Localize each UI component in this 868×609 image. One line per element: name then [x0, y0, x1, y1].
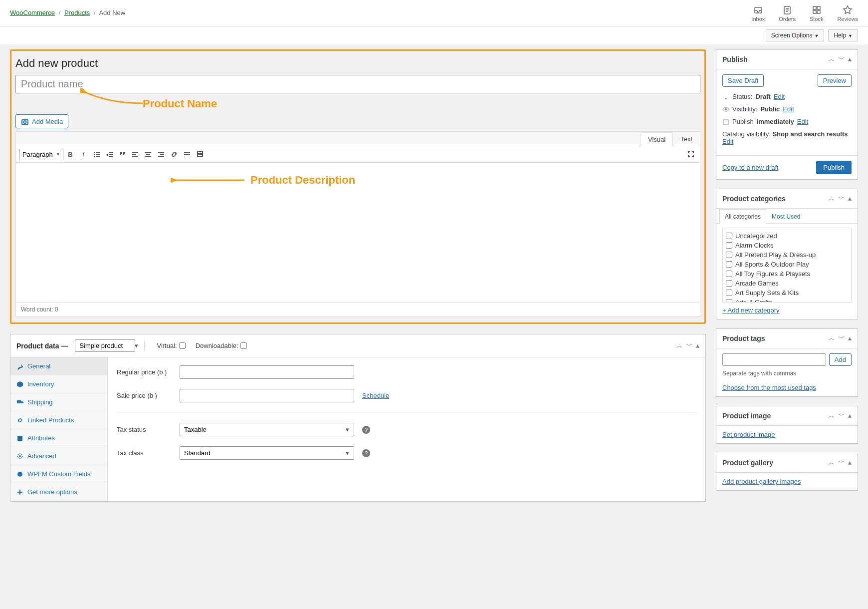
sale-price-input[interactable] [180, 389, 354, 402]
fullscreen-button[interactable] [685, 148, 697, 160]
chevron-down-icon[interactable]: ﹀ [838, 411, 845, 420]
category-item[interactable]: All Toy Figures & Playsets [726, 269, 848, 279]
topnav-stock[interactable]: Stock [810, 5, 824, 26]
more-button[interactable] [181, 148, 193, 160]
choose-tags-link[interactable]: Choose from the most used tags [722, 384, 852, 391]
tags-title: Product tags [722, 334, 765, 342]
caret-up-icon[interactable]: ▴ [848, 458, 852, 467]
pd-tab-wpfm[interactable]: WPFM Custom Fields [10, 465, 107, 483]
save-draft-button[interactable]: Save Draft [722, 74, 764, 87]
chevron-up-icon[interactable]: ︿ [828, 458, 835, 467]
regular-price-label: Regular price (b ) [117, 368, 172, 376]
calendar-icon [722, 118, 729, 125]
pd-tab-general[interactable]: General [10, 357, 107, 375]
pd-tab-shipping[interactable]: Shipping [10, 393, 107, 411]
svg-point-13 [19, 455, 21, 457]
pd-tab-advanced[interactable]: Advanced [10, 447, 107, 465]
chevron-down-icon[interactable]: ﹀ [838, 458, 845, 467]
plus-icon [16, 489, 23, 496]
chevron-up-icon[interactable]: ︿ [828, 334, 835, 343]
set-product-image-link[interactable]: Set product image [722, 431, 775, 438]
breadcrumb-woocommerce[interactable]: WooCommerce [10, 9, 55, 16]
chevron-up-icon[interactable]: ︿ [828, 411, 835, 420]
preview-button[interactable]: Preview [818, 74, 852, 87]
chevron-up-icon[interactable]: ︿ [676, 341, 683, 350]
product-type-select[interactable]: Simple product [75, 339, 135, 352]
ol-button[interactable] [103, 148, 115, 160]
toolbar-toggle-button[interactable] [194, 148, 206, 160]
category-item[interactable]: Alarm Clocks [726, 241, 848, 250]
description-editor[interactable]: Product Description [16, 163, 700, 303]
category-item[interactable]: All Sports & Outdoor Play [726, 260, 848, 269]
category-list[interactable]: Uncategorized Alarm Clocks All Pretend P… [722, 228, 852, 303]
pd-tab-more[interactable]: Get more options [10, 483, 107, 501]
align-left-button[interactable] [129, 148, 141, 160]
add-category-link[interactable]: + Add new category [722, 306, 780, 314]
category-item[interactable]: All Pretend Play & Dress-up [726, 250, 848, 260]
tax-status-select[interactable]: Taxable [180, 423, 354, 436]
edit-visibility-link[interactable]: Edit [783, 105, 794, 113]
link-button[interactable] [168, 148, 180, 160]
chevron-down-icon[interactable]: ﹀ [838, 194, 845, 203]
categories-title: Product categories [722, 195, 786, 203]
topnav-inbox[interactable]: Inbox [751, 5, 765, 26]
caret-up-icon[interactable]: ▴ [848, 194, 852, 203]
tax-class-select[interactable]: Standard [180, 446, 354, 460]
topnav-reviews[interactable]: Reviews [837, 5, 858, 26]
svg-rect-3 [817, 6, 820, 9]
chevron-down-icon[interactable]: ﹀ [686, 341, 693, 350]
downloadable-checkbox[interactable]: Downloadable: [196, 341, 247, 350]
chevron-up-icon[interactable]: ︿ [828, 194, 835, 203]
chevron-down-icon[interactable]: ﹀ [838, 55, 845, 64]
pd-tab-attributes[interactable]: Attributes [10, 429, 107, 447]
bold-button[interactable]: B [64, 148, 76, 160]
category-item[interactable]: Arts & Crafts [726, 298, 848, 303]
italic-button[interactable]: I [77, 148, 89, 160]
ul-button[interactable] [90, 148, 102, 160]
copy-draft-link[interactable]: Copy to a new draft [722, 164, 779, 171]
publish-button[interactable]: Publish [816, 161, 852, 174]
help-button[interactable]: Help▼ [828, 29, 858, 41]
chevron-down-icon[interactable]: ﹀ [838, 334, 845, 343]
regular-price-input[interactable] [180, 365, 354, 379]
virtual-checkbox[interactable]: Virtual: [157, 341, 185, 350]
edit-catalog-link[interactable]: Edit [722, 138, 733, 145]
edit-publish-link[interactable]: Edit [797, 118, 808, 125]
category-item[interactable]: Arcade Games [726, 279, 848, 288]
pd-tab-inventory[interactable]: Inventory [10, 375, 107, 393]
chevron-up-icon[interactable]: ︿ [828, 55, 835, 64]
caret-up-icon[interactable]: ▴ [848, 411, 852, 420]
caret-up-icon[interactable]: ▴ [848, 334, 852, 343]
pd-tab-linked[interactable]: Linked Products [10, 411, 107, 429]
breadcrumb-current: Add New [99, 9, 125, 16]
svg-rect-5 [817, 10, 820, 13]
quote-button[interactable] [116, 148, 128, 160]
edit-status-link[interactable]: Edit [774, 93, 785, 100]
svg-rect-4 [813, 10, 816, 13]
annotation-name-label: Product Name [143, 97, 217, 110]
align-center-button[interactable] [142, 148, 154, 160]
align-right-button[interactable] [155, 148, 167, 160]
add-gallery-images-link[interactable]: Add product gallery images [722, 478, 801, 485]
cat-tab-all[interactable]: All categories [719, 209, 766, 224]
help-icon[interactable]: ? [362, 449, 370, 457]
tag-input[interactable] [722, 353, 826, 366]
tab-text[interactable]: Text [673, 132, 700, 146]
annotation-desc-label: Product Description [250, 174, 355, 187]
paragraph-select[interactable]: Paragraph [19, 149, 63, 160]
category-item[interactable]: Uncategorized [726, 231, 848, 241]
attributes-icon [16, 435, 23, 442]
cat-tab-most[interactable]: Most Used [766, 209, 806, 224]
add-media-button[interactable]: Add Media [15, 114, 68, 128]
schedule-link[interactable]: Schedule [362, 392, 389, 399]
screen-options-button[interactable]: Screen Options▼ [766, 29, 825, 41]
help-icon[interactable]: ? [362, 426, 370, 434]
caret-up-icon[interactable]: ▴ [696, 341, 699, 350]
caret-up-icon[interactable]: ▴ [848, 55, 852, 64]
category-item[interactable]: Art Supply Sets & Kits [726, 288, 848, 298]
annotation-arrow-icon [171, 173, 245, 188]
tab-visual[interactable]: Visual [641, 132, 673, 146]
breadcrumb-products[interactable]: Products [64, 9, 90, 16]
add-tag-button[interactable]: Add [829, 353, 852, 366]
topnav-orders[interactable]: Orders [779, 5, 796, 26]
